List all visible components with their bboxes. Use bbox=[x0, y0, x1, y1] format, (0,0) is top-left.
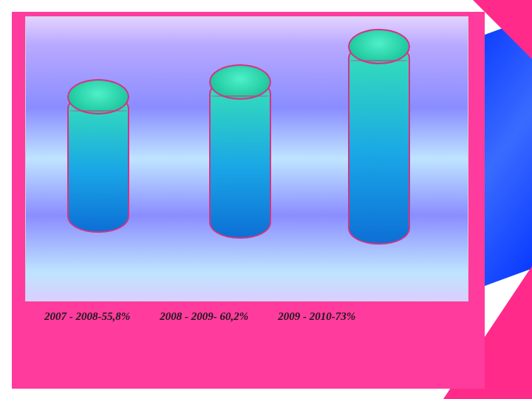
bar-2009-2010 bbox=[348, 42, 410, 245]
bar-cap-icon bbox=[67, 79, 129, 115]
bar-2007-2008 bbox=[67, 92, 129, 233]
chart-area bbox=[25, 16, 468, 301]
content-panel: 2007 - 2008-55,8% 2008 - 2009- 60,2% 200… bbox=[12, 12, 485, 389]
slide-stage: 2007 - 2008-55,8% 2008 - 2009- 60,2% 200… bbox=[0, 0, 532, 399]
bar-2008-2009 bbox=[209, 78, 271, 239]
bar-cap-icon bbox=[348, 29, 410, 64]
label-2008-2009: 2008 - 2009- 60,2% bbox=[160, 310, 248, 323]
label-2007-2008: 2007 - 2008-55,8% bbox=[44, 310, 130, 323]
label-2009-2010: 2009 - 2010-73% bbox=[278, 310, 355, 323]
x-axis-labels: 2007 - 2008-55,8% 2008 - 2009- 60,2% 200… bbox=[25, 306, 467, 327]
bar-cap-icon bbox=[209, 64, 271, 100]
